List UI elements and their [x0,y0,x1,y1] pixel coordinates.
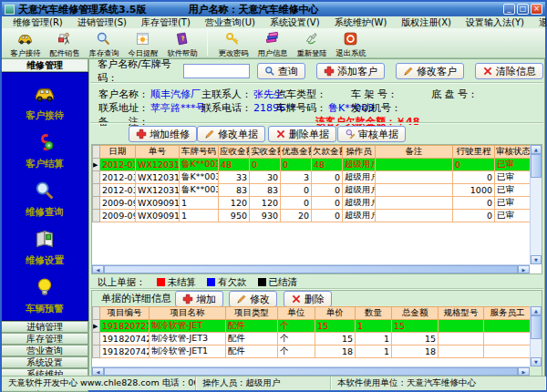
table-cell [376,210,453,222]
orders-table-block: 日期单号车牌号码应收金额实收金额优惠金额欠款金额操作员备注行驶里程审核状态▶20… [91,144,542,274]
column-header[interactable]: 总金额 [392,307,439,320]
menu-item-4[interactable]: 系统设置(V) [263,16,327,29]
table-row[interactable]: 2009-09-17WX0909170005112012000超级用户0已审 [93,197,532,210]
row-selector [93,184,100,197]
column-header[interactable]: 欠款金额 [312,146,343,159]
sidebar-item-4[interactable]: 车辆预警 [26,272,64,320]
toolbar-button-6[interactable]: 用户信息 [253,29,292,59]
menu-item-1[interactable]: 进销管理(S) [70,16,134,29]
table-row[interactable]: 191820742C制冷软管-JET3配件个15115 [93,333,531,346]
column-header[interactable]: 行驶里程 [453,146,495,159]
toolbar-button-1[interactable]: 配件销售 [45,29,84,59]
window-controls: _ □ × [503,4,542,15]
table-row[interactable]: ▶2012-03-19WX1203190003鲁K**003480048超级用户… [93,159,532,171]
table-row[interactable]: 2012-03-19WX1203190001鲁K**003838300超级用户1… [93,184,532,197]
scroll-up-icon[interactable]: ▲ [531,306,542,315]
toolbar-button-3[interactable]: 今日提醒 [123,29,162,59]
menu-item-2[interactable]: 库存管理(T) [134,16,198,29]
restore-button[interactable]: □ [517,4,529,15]
scroll-down-icon[interactable]: ▼ [531,357,542,366]
query-button-1[interactable]: 添加客户 [316,63,385,79]
pencil-icon [204,129,215,139]
menu-item-0[interactable]: 维修管理(R) [5,16,70,29]
scroll-left-icon[interactable]: ◀ [92,265,104,273]
order-action-1[interactable]: 修改单据 [197,126,265,142]
menu-item-3[interactable]: 营业查询(U) [198,16,263,29]
menu-item-5[interactable]: 系统维护(W) [327,16,395,29]
order-action-2[interactable]: 删除单据 [268,126,336,142]
column-header[interactable]: 数量 [356,307,392,320]
order-action-0[interactable]: 增加维修 [129,126,197,142]
detail-action-0[interactable]: 增加 [175,291,223,307]
table-row[interactable]: 191820742K制冷软管-JET1配件个18118 [93,346,531,358]
scroll-down-icon[interactable]: ▼ [531,255,542,264]
detail-title-row: 单据的详细信息： 增加修改删除 [92,291,542,306]
scroll-right-icon[interactable]: ▶ [518,367,530,376]
close-button[interactable]: × [531,4,542,15]
orders-horizontal-scrollbar[interactable]: ◀ ▶ [92,264,530,273]
toolbar-button-7[interactable]: 重新登陆 [292,29,331,59]
column-header[interactable]: 实收金额 [250,146,281,159]
column-header[interactable]: 项目名称 [150,307,226,320]
order-action-3[interactable]: 审核单据 [337,126,406,142]
scrollbar-thumb[interactable] [531,154,542,178]
scrollbar-thumb[interactable] [104,265,518,273]
orders-vertical-scrollbar[interactable]: ▲ ▼ [530,145,542,264]
toolbar-button-0[interactable]: 客户接待 [5,29,45,59]
menu-item-6[interactable]: 版权注册(X) [394,16,459,29]
detail-vertical-scrollbar[interactable]: ▲ ▼ [530,306,542,366]
column-header[interactable]: 项目编号 [100,307,150,320]
table-cell: 超级用户 [343,171,376,184]
sidebar-tab-0[interactable]: 进销管理 [2,321,88,333]
toolbar-button-8[interactable]: 退出系统 [331,29,370,59]
detail-horizontal-scrollbar[interactable]: ◀ ▶ [92,366,530,376]
query-button-3[interactable]: 清除信息 [475,63,543,79]
column-header[interactable]: 操作员 [343,146,376,159]
detail-action-1[interactable]: 修改 [229,291,277,307]
sidebar-tab-3[interactable]: 系统设置 [2,356,88,368]
column-header[interactable]: 优惠金额 [281,146,312,159]
query-button-0[interactable]: 查询 [257,63,305,79]
pencil-icon [403,66,414,77]
menu-item-8[interactable]: 退出系统(Z) [532,16,547,29]
sidebar-item-0[interactable]: 客户接待 [26,78,64,127]
table-row[interactable]: 2009-09-17WX09091700041950930200超级用户0已审 [93,210,532,222]
table-row[interactable]: 2012-03-19WX1203190002鲁K**003333030超级用户0… [93,171,532,184]
audit-icon [345,129,356,139]
menu-item-7[interactable]: 设置输入法(Y) [459,16,532,29]
column-header[interactable]: 单位 [278,307,315,320]
scroll-left-icon[interactable]: ◀ [92,367,104,376]
column-header[interactable]: 项目类型 [226,307,278,320]
sidebar-item-2[interactable]: 维修查询 [26,175,64,223]
minimize-button[interactable]: _ [503,4,515,15]
search-input[interactable] [183,64,250,78]
column-header[interactable]: 单价 [315,307,356,320]
toolbar-button-4[interactable]: ?软件帮助 [162,29,201,59]
detail-action-2[interactable]: 删除 [284,291,332,307]
column-header[interactable]: 日期 [100,146,136,159]
column-header[interactable]: 审核状态 [495,146,532,159]
sidebar-tab-active[interactable]: 维修管理 [2,58,88,72]
sidebar-tab-2[interactable]: 营业查询 [2,345,88,356]
customer-info: 客户名称：顺丰汽修厂主联系人：张先生汽车类型：车 架 号：底 盘 号：联系地址：… [89,84,544,122]
table-cell: 配件 [226,346,278,358]
scroll-right-icon[interactable]: ▶ [518,265,530,273]
toolbar-button-2[interactable]: 库存查询 [84,29,123,59]
column-header[interactable]: 规格型号 [439,307,484,320]
toolbar-button-5[interactable]: 更改密码 [213,29,253,59]
sidebar-item-3[interactable]: 维修设置 [26,223,64,272]
column-header[interactable]: 应收金额 [219,146,250,159]
column-header[interactable]: 车牌号码 [180,146,219,159]
scrollbar-thumb[interactable] [104,367,518,376]
sidebar-item-1[interactable]: 客户结算 [26,127,64,175]
key-icon [225,31,241,46]
scrollbar-thumb[interactable] [531,315,542,339]
column-header[interactable]: 服务员工 [484,307,531,320]
table-row[interactable]: ▶191820721制冷软管-JET配件个15115 [93,320,531,333]
sidebar-tab-1[interactable]: 库存管理 [2,333,88,345]
column-header[interactable]: 单号 [136,146,180,159]
scroll-up-icon[interactable]: ▲ [531,145,542,154]
column-header[interactable]: 备注 [376,146,453,159]
query-button-2[interactable]: 修改客户 [396,63,464,79]
notebook-icon [34,228,56,250]
